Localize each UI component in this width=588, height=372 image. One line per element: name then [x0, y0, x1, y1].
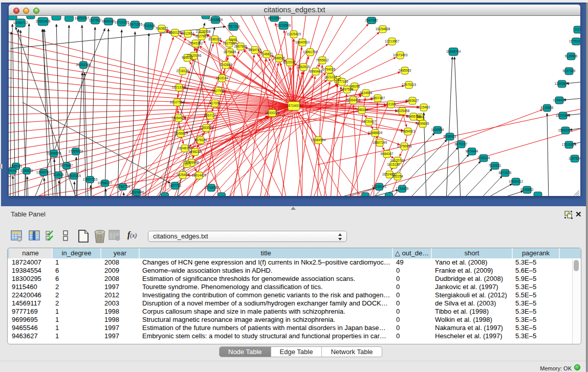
svg-text:9146821: 9146821: [260, 52, 273, 56]
svg-text:9777169: 9777169: [336, 80, 349, 83]
svg-text:6497568: 6497568: [341, 87, 354, 91]
svg-text:3624554: 3624554: [360, 91, 373, 95]
svg-text:15716485: 15716485: [204, 186, 219, 189]
svg-text:9474444: 9474444: [466, 149, 478, 153]
svg-text:7986322: 7986322: [356, 108, 368, 112]
svg-text:1546: 1546: [229, 38, 237, 41]
svg-text:1615132: 1615132: [387, 163, 400, 166]
svg-text:7663822: 7663822: [156, 27, 168, 30]
svg-text:10756928: 10756928: [397, 144, 412, 148]
svg-text:10025458: 10025458: [395, 109, 410, 113]
svg-text:15751074: 15751074: [569, 39, 580, 43]
svg-text:16782759: 16782759: [116, 185, 130, 188]
svg-text:16154838: 16154838: [376, 27, 390, 31]
svg-text:23226058: 23226058: [196, 30, 211, 33]
svg-text:15720407: 15720407: [362, 120, 377, 123]
svg-text:989014: 989014: [182, 56, 193, 59]
svg-text:8267110: 8267110: [204, 114, 217, 117]
svg-text:16120746: 16120746: [390, 159, 405, 162]
svg-text:19218506: 19218506: [276, 24, 291, 27]
svg-text:18807249: 18807249: [373, 141, 387, 144]
svg-text:2687682: 2687682: [365, 18, 378, 22]
svg-text:1440954: 1440954: [431, 128, 444, 132]
svg-text:2803144: 2803144: [216, 76, 229, 80]
svg-text:9457791: 9457791: [169, 184, 182, 187]
svg-text:20691406: 20691406: [36, 19, 51, 23]
svg-text:7485063: 7485063: [399, 69, 411, 72]
svg-text:10973493: 10973493: [393, 53, 408, 57]
svg-text:3875685: 3875685: [224, 50, 236, 54]
svg-text:10958107: 10958107: [98, 181, 113, 185]
svg-text:8678334: 8678334: [194, 138, 207, 142]
svg-text:9227349: 9227349: [563, 69, 576, 73]
svg-text:17016504: 17016504: [562, 143, 577, 146]
svg-text:9327505: 9327505: [195, 34, 208, 38]
svg-text:9245652: 9245652: [521, 188, 534, 191]
svg-text:8938923: 8938923: [444, 135, 456, 138]
svg-text:17957253: 17957253: [83, 178, 98, 181]
svg-text:17359934: 17359934: [69, 149, 83, 153]
svg-text:12975115: 12975115: [402, 83, 416, 86]
svg-text:10654112: 10654112: [509, 180, 523, 183]
svg-text:14055712: 14055712: [13, 21, 28, 25]
svg-text:8471676: 8471676: [499, 171, 512, 174]
svg-text:2867608: 2867608: [234, 45, 247, 48]
svg-text:16648764: 16648764: [446, 50, 461, 53]
svg-text:8912954: 8912954: [182, 32, 194, 35]
svg-text:1527602: 1527602: [89, 18, 102, 22]
svg-text:10807487: 10807487: [371, 96, 385, 100]
svg-text:12213389: 12213389: [172, 85, 187, 89]
svg-text:9684: 9684: [417, 115, 424, 119]
svg-text:1733426: 1733426: [396, 187, 409, 190]
svg-text:9699695: 9699695: [417, 122, 429, 125]
svg-text:114519: 114519: [53, 173, 64, 177]
svg-text:18724007: 18724007: [287, 104, 301, 107]
svg-text:9084067: 9084067: [381, 152, 394, 156]
svg-text:62160: 62160: [386, 102, 396, 106]
svg-text:10719155: 10719155: [115, 20, 129, 24]
svg-text:9129966: 9129966: [565, 54, 578, 58]
svg-text:1395001: 1395001: [10, 164, 23, 168]
svg-text:6794028: 6794028: [323, 68, 336, 71]
svg-text:8186328: 8186328: [209, 37, 222, 41]
svg-text:917006: 917006: [209, 101, 221, 105]
svg-text:9115460: 9115460: [418, 105, 430, 109]
svg-text:1588520: 1588520: [273, 56, 286, 60]
svg-text:19384554: 19384554: [311, 138, 326, 142]
svg-text:1117: 1117: [574, 28, 580, 31]
svg-text:18300295: 18300295: [265, 111, 280, 115]
svg-text:8813054: 8813054: [268, 16, 281, 20]
svg-text:7357224: 7357224: [227, 25, 240, 28]
svg-text:9660124: 9660124: [169, 31, 182, 34]
svg-text:7625402: 7625402: [177, 173, 189, 177]
svg-text:6466160: 6466160: [102, 19, 115, 23]
svg-text:1156829: 1156829: [20, 169, 33, 172]
svg-text:9975867: 9975867: [60, 164, 73, 167]
svg-text:7955812: 7955812: [316, 58, 329, 62]
svg-text:16671355: 16671355: [128, 23, 143, 26]
svg-text:8454749: 8454749: [249, 48, 262, 52]
svg-text:8322037: 8322037: [284, 60, 296, 64]
svg-text:14136141: 14136141: [372, 185, 387, 188]
svg-text:16210643: 16210643: [556, 114, 571, 117]
svg-text:252254: 252254: [392, 174, 403, 178]
svg-text:9242848: 9242848: [220, 63, 232, 67]
svg-text:11353594: 11353594: [199, 126, 213, 129]
svg-text:16033809: 16033809: [208, 18, 223, 21]
svg-text:5498222: 5498222: [189, 150, 202, 154]
svg-text:8215955: 8215955: [541, 106, 554, 110]
svg-text:12093873: 12093873: [555, 82, 570, 85]
svg-text:20206576: 20206576: [47, 151, 61, 155]
svg-text:10961758: 10961758: [303, 50, 318, 54]
svg-text:9463627: 9463627: [406, 99, 419, 102]
svg-text:19654925: 19654925: [171, 116, 186, 120]
svg-text:11325419: 11325419: [287, 32, 301, 36]
svg-text:12942757: 12942757: [36, 170, 51, 174]
svg-text:10653267: 10653267: [75, 16, 90, 20]
svg-text:18640910: 18640910: [295, 40, 310, 44]
svg-text:39154: 39154: [9, 169, 17, 172]
svg-text:16543382: 16543382: [188, 41, 203, 45]
svg-text:1362615: 1362615: [297, 65, 310, 69]
svg-text:1167534: 1167534: [569, 157, 580, 160]
svg-text:8427552: 8427552: [212, 89, 225, 93]
